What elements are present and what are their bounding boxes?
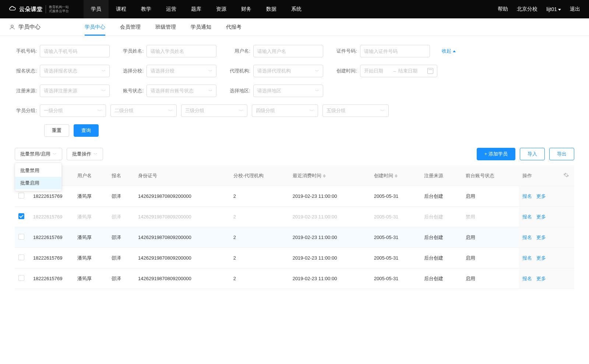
cell-create-time: 2005-05-31: [370, 186, 420, 207]
calendar-icon: [427, 68, 433, 74]
cell-acct-status: 启用: [462, 227, 519, 248]
table-row: 18222615769潘筠厚邵泽142629198708092000002201…: [15, 248, 574, 268]
col-branch[interactable]: 分校-代理机构: [230, 165, 289, 186]
col-idno[interactable]: 身份证号: [134, 165, 230, 186]
topnav-item[interactable]: 数据: [259, 0, 284, 18]
topnav-item[interactable]: 系统: [284, 0, 309, 18]
table-row: 18222615769潘筠厚邵泽142629198708092000002201…: [15, 227, 574, 248]
cell-reg-source: 后台创建: [420, 227, 462, 248]
group-select[interactable]: 三级分组﹀: [181, 104, 247, 117]
row-checkbox[interactable]: [18, 193, 24, 199]
cell-reg-source: 后台创建: [420, 268, 462, 289]
user-menu[interactable]: lijt01: [546, 6, 561, 12]
brand-text: 云朵课堂: [19, 6, 43, 13]
cell-phone: 18222615769: [29, 268, 74, 289]
group-select[interactable]: 一级分组﹀: [40, 104, 106, 117]
cell-username: 潘筠厚: [74, 268, 108, 289]
help-link[interactable]: 帮助: [498, 6, 508, 13]
cell-create-time: 2005-05-31: [370, 227, 420, 248]
bulk-toggle-dropdown[interactable]: 批量禁用/启用 ﹀: [15, 148, 62, 160]
cell-last-consume: 2019-02-23 11:00:00: [289, 186, 370, 207]
menu-bulk-disable[interactable]: 批量禁用: [15, 164, 61, 177]
filter-panel: 手机号码: 学员姓名: 用户名: 证件号码: 收起 报名状态: 请选择报名状态﹀…: [0, 36, 589, 137]
idno-input[interactable]: [360, 45, 430, 57]
cell-ops: 报名更多: [519, 248, 574, 268]
row-enroll-link[interactable]: 报名: [522, 276, 532, 281]
branch-select[interactable]: 请选择分校﹀: [147, 65, 216, 77]
subnav-item[interactable]: 学员中心: [85, 18, 105, 36]
search-button[interactable]: 查询: [74, 124, 99, 137]
filter-branch: 选择分校: 请选择分校﹀: [121, 65, 216, 77]
cell-enroll: 邵泽: [108, 248, 134, 268]
chevron-down-icon: ﹀: [102, 68, 106, 74]
topnav-item[interactable]: 财务: [234, 0, 259, 18]
username-input[interactable]: [253, 45, 323, 57]
menu-bulk-enable[interactable]: 批量启用: [15, 177, 61, 189]
add-student-button[interactable]: + 添加学员: [477, 148, 515, 160]
name-input[interactable]: [147, 45, 216, 57]
collapse-toggle[interactable]: 收起: [442, 48, 456, 54]
cell-branch: 2: [230, 268, 289, 289]
reg-source-select[interactable]: 请选择注册来源﹀: [40, 85, 110, 97]
phone-input[interactable]: [40, 45, 110, 57]
subnav-item[interactable]: 代报考: [226, 18, 241, 36]
topnav-item[interactable]: 教学: [134, 0, 159, 18]
cell-idno: 14262919870809200000: [134, 268, 230, 289]
cell-create-time: 2005-05-31: [370, 248, 420, 268]
row-more-link[interactable]: 更多: [536, 235, 546, 240]
cell-last-consume: 2019-02-23 11:00:00: [289, 248, 370, 268]
row-checkbox[interactable]: [18, 213, 24, 219]
topnav: 云朵课堂 教育机构一站 式服务云平台 学员课程教学运营题库资源财务数据系统 帮助…: [0, 0, 589, 18]
row-more-link[interactable]: 更多: [536, 214, 546, 220]
cell-reg-source: 后台创建: [420, 248, 462, 268]
cell-branch: 2: [230, 227, 289, 248]
col-username[interactable]: 用户名: [74, 165, 108, 186]
topnav-item[interactable]: 运营: [159, 0, 184, 18]
topnav-item[interactable]: 课程: [109, 0, 134, 18]
group-select[interactable]: 五级分组﹀: [322, 104, 389, 117]
region-select[interactable]: 请选择地区﹀: [253, 85, 323, 97]
topnav-item[interactable]: 题库: [184, 0, 209, 18]
topnav-item[interactable]: 学员: [84, 0, 109, 18]
enroll-status-select[interactable]: 请选择报名状态﹀: [40, 65, 110, 77]
col-reg-source[interactable]: 注册来源: [420, 165, 462, 186]
row-more-link[interactable]: 更多: [536, 193, 546, 199]
acct-status-select[interactable]: 请选择前台账号状态﹀: [147, 85, 216, 97]
chevron-down-icon: ﹀: [102, 88, 106, 94]
subnav-item[interactable]: 学员通知: [191, 18, 211, 36]
col-enroll[interactable]: 报名: [108, 165, 134, 186]
row-enroll-link[interactable]: 报名: [522, 255, 532, 261]
cell-branch: 2: [230, 248, 289, 268]
cell-reg-source: 后台创建: [420, 186, 462, 207]
cell-enroll: 邵泽: [108, 207, 134, 227]
row-more-link[interactable]: 更多: [536, 255, 546, 261]
branch-link[interactable]: 北京分校: [517, 6, 537, 13]
create-time-range[interactable]: 开始日期 – 结束日期: [360, 65, 437, 77]
topnav-item[interactable]: 资源: [209, 0, 234, 18]
cell-acct-status: 禁用: [462, 207, 519, 227]
row-checkbox[interactable]: [18, 234, 24, 240]
row-more-link[interactable]: 更多: [536, 276, 546, 281]
agency-select[interactable]: 请选择代理机构﹀: [253, 65, 323, 77]
group-select[interactable]: 二级分组﹀: [110, 104, 177, 117]
group-select[interactable]: 四级分组﹀: [252, 104, 318, 117]
subnav: 学员中心 学员中心会员管理班级管理学员通知代报考: [0, 18, 589, 36]
bulk-ops-dropdown[interactable]: 批量操作 ﹀: [67, 148, 103, 160]
row-enroll-link[interactable]: 报名: [522, 214, 532, 220]
action-bar: 批量禁用/启用 ﹀ 批量操作 ﹀ 批量禁用 批量启用 + 添加学员 导入 导出: [0, 148, 589, 165]
import-button[interactable]: 导入: [520, 148, 545, 160]
reset-button[interactable]: 重置: [44, 124, 69, 137]
col-create-time[interactable]: 创建时间: [370, 165, 420, 186]
gear-icon[interactable]: [563, 172, 569, 178]
col-acct-status[interactable]: 前台账号状态: [462, 165, 519, 186]
subnav-title: 学员中心: [9, 24, 40, 31]
subnav-item[interactable]: 班级管理: [155, 18, 176, 36]
subnav-item[interactable]: 会员管理: [120, 18, 141, 36]
row-checkbox[interactable]: [18, 275, 24, 281]
logout-link[interactable]: 退出: [570, 6, 580, 13]
export-button[interactable]: 导出: [549, 148, 574, 160]
row-enroll-link[interactable]: 报名: [522, 193, 532, 199]
row-enroll-link[interactable]: 报名: [522, 235, 532, 240]
row-checkbox[interactable]: [18, 254, 24, 260]
col-last-consume[interactable]: 最近消费时间: [289, 165, 370, 186]
